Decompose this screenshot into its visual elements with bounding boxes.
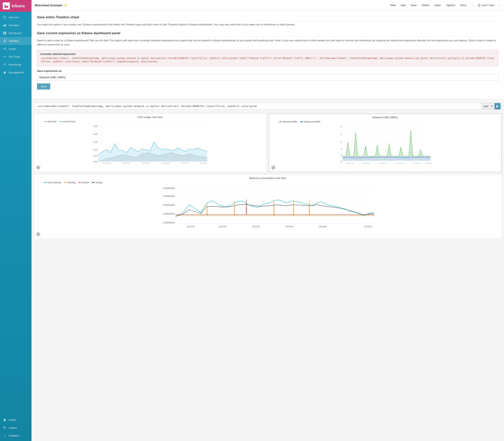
devtools-icon — [3, 55, 7, 59]
graph-icon — [3, 47, 7, 51]
network-chart-title: Network traffic (MB/s) — [271, 116, 499, 119]
svg-line-3 — [5, 18, 6, 19]
svg-point-18 — [4, 419, 5, 420]
svg-text:0: 0 — [341, 154, 342, 157]
new-button[interactable]: New — [388, 2, 398, 8]
delete-button[interactable]: Delete — [419, 2, 432, 8]
save-as-label: Save expression as — [37, 69, 499, 72]
svg-text:09:40:00: 09:40:00 — [396, 163, 404, 164]
svg-line-15 — [4, 48, 5, 49]
add-button[interactable]: Add — [398, 2, 408, 8]
sidebar-item-monitoring[interactable]: Monitoring — [0, 61, 32, 68]
visualize-icon — [3, 23, 7, 27]
cpu-legend-current-hour: current hour — [59, 120, 76, 123]
options-button[interactable]: Options — [444, 2, 458, 8]
cpu-chart-panel: CPU usage over time last hour current ho… — [34, 113, 266, 172]
main-content: Metricbeat Example ⚡ New Add Save Delete… — [32, 0, 504, 441]
logout-icon — [3, 426, 7, 430]
topbar: Metricbeat Example ⚡ New Add Save Delete… — [32, 0, 504, 11]
sidebar-item-management[interactable]: Management — [0, 68, 32, 76]
sidebar-item-user[interactable]: elastic — [0, 416, 32, 424]
svg-text:09:10:00: 09:10:00 — [187, 226, 195, 228]
svg-text:09:50:00: 09:50:00 — [413, 163, 420, 164]
memory-legend-max: max memory — [44, 181, 61, 184]
svg-text:13500000000: 13500000000 — [163, 187, 175, 189]
sidebar-collapse-label: Collapse — [9, 434, 19, 437]
svg-rect-10 — [5, 33, 6, 34]
svg-text:10:00:00: 10:00:00 — [425, 163, 432, 164]
memory-legend-warning: warning — [64, 181, 76, 184]
expression-bar: auto ▶ — [34, 103, 502, 110]
monitoring-icon — [3, 63, 7, 66]
flash-icon: ⚡ — [64, 3, 67, 7]
save-expression-title: Save current expression as Kibana dashbo… — [37, 31, 499, 37]
docs-button[interactable]: Docs — [458, 2, 469, 8]
charts-row-1: CPU usage over time last hour current ho… — [34, 113, 502, 172]
management-icon — [3, 70, 7, 74]
cpu-legend-last-hour-swatch — [44, 121, 47, 122]
svg-text:09:50:00: 09:50:00 — [181, 163, 189, 163]
svg-rect-4 — [3, 25, 4, 27]
save-timelion-desc: You want this option if you mostly use T… — [37, 23, 499, 27]
expression-input[interactable] — [34, 103, 480, 109]
save-panel: Save entire Timelion sheet You want this… — [32, 11, 504, 99]
svg-text:0.10: 0.10 — [94, 155, 98, 157]
sidebar-item-graph[interactable]: Graph — [0, 45, 32, 53]
svg-text:10:00:00: 10:00:00 — [364, 226, 372, 228]
svg-point-2 — [3, 16, 5, 18]
expression-bar-wrapper: auto ▶ — [32, 99, 504, 110]
sidebar-item-collapse[interactable]: Collapse — [0, 432, 32, 440]
expression-code: .es(index=metricbeat*, timefield=@timest… — [40, 57, 495, 63]
svg-text:10:00:00: 10:00:00 — [200, 163, 207, 163]
sidebar-item-timelion[interactable]: Timelion — [0, 37, 32, 45]
sidebar-item-devtools[interactable]: Dev Tools — [0, 53, 32, 61]
save-timelion-section: Save entire Timelion sheet You want this… — [37, 15, 499, 27]
svg-rect-7 — [3, 32, 4, 33]
memory-legend-severe: severe — [78, 181, 89, 184]
memory-legend-mvavg-swatch — [92, 182, 95, 183]
sidebar-item-visualize-label: Visualize — [9, 24, 19, 27]
svg-point-14 — [5, 49, 6, 50]
discover-icon — [3, 15, 7, 19]
clock-icon — [478, 4, 481, 7]
memory-chart-legend: max memory warning severe mvavg — [36, 181, 500, 184]
network-legend-inbound-swatch — [279, 121, 282, 122]
memory-chart-panel: Memory consumption over time max memory … — [34, 174, 502, 239]
kibana-logo-icon — [3, 2, 10, 9]
timelion-icon — [3, 39, 7, 43]
svg-marker-53 — [343, 156, 431, 161]
run-button[interactable]: ▶ — [494, 103, 501, 109]
cpu-legend-last-hour-label: last hour — [48, 120, 56, 123]
save-expression-button[interactable]: Save — [37, 83, 50, 90]
memory-legend-severe-swatch — [78, 182, 81, 183]
save-as-input[interactable] — [37, 74, 499, 81]
memory-chart-badge: 3 — [36, 232, 40, 236]
charts-container: CPU usage over time last hour current ho… — [32, 111, 504, 241]
sidebar-item-visualize[interactable]: Visualize — [0, 21, 32, 29]
svg-text:12000000000: 12000000000 — [163, 213, 175, 215]
time-range[interactable]: Last 1 hour — [476, 2, 496, 8]
kibana-logo-text: kibana — [12, 4, 25, 8]
svg-text:09:30:00: 09:30:00 — [252, 226, 260, 228]
memory-legend-mvavg-label: mvavg — [95, 181, 102, 184]
svg-text:09:20:00: 09:20:00 — [363, 163, 370, 164]
memory-legend-max-swatch — [44, 182, 47, 183]
sidebar-user-label: elastic — [9, 418, 16, 421]
prev-arrow[interactable]: ‹ — [471, 2, 476, 8]
save-button[interactable]: Save — [408, 2, 419, 8]
svg-text:09:50:00: 09:50:00 — [319, 226, 327, 228]
network-chart-badge: 2 — [271, 165, 275, 170]
svg-text:12500000000: 12500000000 — [163, 204, 175, 206]
sidebar-item-dashboard-label: Dashboard — [9, 32, 22, 35]
svg-text:6: 6 — [341, 133, 342, 136]
sidebar-item-logout[interactable]: Logout — [0, 424, 32, 432]
sidebar-item-monitoring-label: Monitoring — [9, 63, 21, 66]
open-button[interactable]: Open — [432, 2, 443, 8]
interval-select[interactable]: auto — [481, 103, 494, 109]
sidebar-item-discover-label: Discover — [9, 16, 19, 19]
next-arrow[interactable]: › — [497, 2, 501, 8]
sidebar-item-dashboard[interactable]: Dashboard — [0, 29, 32, 37]
time-range-label: Last 1 hour — [482, 4, 494, 7]
network-chart-svg: 8 6 4 2 0 -2 — [271, 124, 499, 164]
sidebar-item-discover[interactable]: Discover — [0, 13, 32, 21]
